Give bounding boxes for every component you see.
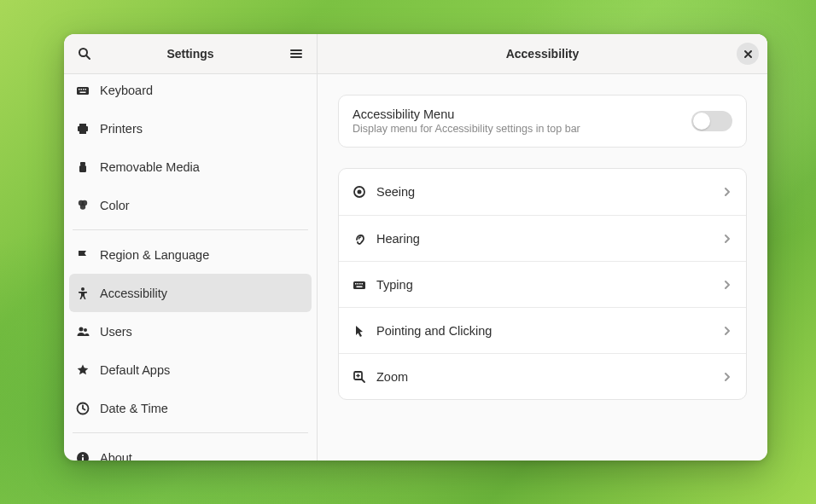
category-label: Hearing	[376, 232, 722, 246]
settings-window: Settings Keyboard Printers Removable Med…	[64, 34, 767, 461]
search-icon	[78, 47, 91, 61]
zoom-icon	[353, 370, 366, 384]
svg-line-1	[86, 55, 90, 59]
info-icon	[76, 451, 90, 461]
printer-icon	[76, 122, 90, 136]
content-body: Accessibility Menu Display menu for Acce…	[318, 74, 767, 461]
svg-rect-3	[79, 89, 80, 90]
svg-rect-4	[81, 89, 83, 90]
sidebar-item-users[interactable]: Users	[69, 312, 312, 350]
sidebar-item-removable-media[interactable]: Removable Media	[69, 148, 312, 186]
sidebar-list[interactable]: Keyboard Printers Removable Media Color …	[64, 74, 317, 461]
category-label: Pointing and Clicking	[376, 324, 722, 338]
close-button[interactable]	[737, 43, 759, 65]
category-row-pointing-clicking[interactable]: Pointing and Clicking	[339, 307, 746, 353]
svg-rect-7	[80, 91, 86, 93]
svg-point-17	[79, 327, 84, 331]
sidebar-item-label: About	[100, 451, 132, 461]
cursor-icon	[353, 324, 366, 338]
svg-rect-8	[79, 124, 86, 126]
accessibility-menu-card: Accessibility Menu Display menu for Acce…	[338, 95, 747, 148]
sidebar-item-printers[interactable]: Printers	[69, 109, 312, 148]
users-icon	[76, 325, 90, 339]
sidebar-item-label: Users	[100, 325, 132, 339]
content-pane: Accessibility Accessibility Menu Display…	[318, 34, 767, 461]
chevron-right-icon	[722, 187, 732, 197]
sidebar-item-label: Date & Time	[100, 402, 168, 415]
sidebar-item-label: Color	[100, 199, 130, 212]
svg-rect-6	[85, 89, 87, 90]
accessibility-menu-title: Accessibility Menu	[353, 107, 691, 121]
hamburger-icon	[289, 47, 303, 61]
category-label: Seeing	[376, 185, 722, 199]
sidebar: Settings Keyboard Printers Removable Med…	[64, 34, 318, 461]
sidebar-header: Settings	[64, 34, 317, 74]
sidebar-item-label: Accessibility	[100, 287, 167, 300]
search-button[interactable]	[73, 42, 96, 66]
category-row-zoom[interactable]: Zoom	[339, 353, 746, 399]
svg-line-32	[362, 379, 365, 382]
sidebar-item-color[interactable]: Color	[69, 186, 312, 224]
svg-point-15	[80, 204, 85, 209]
sidebar-item-region-language[interactable]: Region & Language	[69, 235, 312, 274]
sidebar-separator	[73, 432, 308, 433]
color-icon	[76, 199, 90, 212]
flag-icon	[76, 248, 90, 262]
svg-rect-2	[77, 87, 89, 95]
sidebar-item-label: Removable Media	[100, 160, 200, 174]
keyboard-icon	[76, 84, 90, 97]
sidebar-item-date-time[interactable]: Date & Time	[69, 389, 312, 427]
chevron-right-icon	[722, 326, 732, 336]
close-icon	[743, 49, 753, 59]
svg-rect-28	[359, 283, 361, 285]
star-icon	[76, 363, 90, 377]
sidebar-item-about[interactable]: About	[69, 438, 312, 461]
svg-rect-5	[83, 89, 85, 90]
page-title: Accessibility	[326, 47, 759, 61]
svg-rect-26	[355, 283, 357, 285]
svg-point-18	[84, 328, 87, 332]
chevron-right-icon	[722, 234, 732, 244]
sidebar-title: Settings	[96, 47, 284, 61]
svg-rect-30	[357, 286, 363, 287]
sidebar-item-default-apps[interactable]: Default Apps	[69, 350, 312, 389]
svg-rect-9	[78, 126, 88, 131]
sidebar-item-label: Keyboard	[100, 84, 153, 97]
svg-rect-25	[353, 281, 365, 289]
sidebar-item-keyboard[interactable]: Keyboard	[69, 74, 312, 109]
svg-rect-27	[358, 283, 359, 285]
clock-icon	[76, 402, 90, 415]
accessibility-menu-subtitle: Display menu for Accessibility settings …	[353, 123, 691, 135]
removable-media-icon	[76, 160, 90, 174]
sidebar-separator	[73, 229, 308, 230]
categories-card: Seeing Hearing Typing Pointing and Click…	[338, 168, 747, 400]
content-header: Accessibility	[318, 34, 767, 74]
category-label: Zoom	[376, 370, 722, 384]
ear-icon	[353, 232, 366, 246]
eye-icon	[353, 185, 366, 199]
accessibility-menu-row: Accessibility Menu Display menu for Acce…	[339, 96, 746, 147]
chevron-right-icon	[722, 280, 732, 290]
sidebar-item-accessibility[interactable]: Accessibility	[69, 274, 312, 312]
accessibility-icon	[76, 287, 90, 300]
svg-point-16	[81, 287, 85, 291]
svg-point-24	[358, 190, 362, 194]
sidebar-item-label: Region & Language	[100, 248, 209, 262]
menu-button[interactable]	[284, 42, 308, 66]
svg-rect-12	[79, 165, 86, 172]
sidebar-item-label: Printers	[100, 122, 143, 136]
chevron-right-icon	[722, 372, 732, 382]
category-row-hearing[interactable]: Hearing	[339, 215, 746, 261]
keyboard-icon	[353, 278, 366, 292]
category-label: Typing	[376, 278, 722, 292]
svg-point-21	[82, 454, 84, 455]
category-row-typing[interactable]: Typing	[339, 261, 746, 307]
svg-rect-11	[80, 162, 85, 165]
category-row-seeing[interactable]: Seeing	[339, 169, 746, 215]
sidebar-item-label: Default Apps	[100, 363, 170, 377]
svg-rect-10	[79, 131, 86, 134]
svg-rect-22	[82, 457, 84, 461]
svg-rect-29	[362, 283, 364, 285]
accessibility-menu-switch[interactable]	[691, 111, 732, 131]
